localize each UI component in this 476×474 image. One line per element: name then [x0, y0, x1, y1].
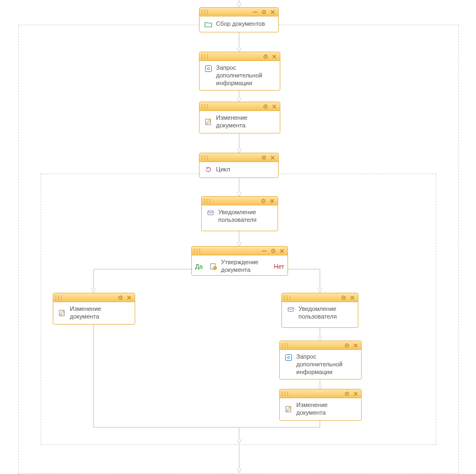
close-icon[interactable]: [269, 198, 275, 204]
gear-icon[interactable]: [262, 103, 269, 110]
svg-rect-15: [206, 66, 212, 72]
node-label: Запрос дополнительной информации: [296, 353, 357, 376]
edit-icon: [284, 405, 293, 414]
close-icon[interactable]: [269, 154, 276, 161]
gear-icon[interactable]: [261, 154, 267, 161]
node-notify-1[interactable]: Уведомление пользователя: [201, 196, 278, 231]
drag-grip-icon[interactable]: [204, 199, 211, 203]
close-icon[interactable]: [279, 248, 285, 254]
minimize-icon[interactable]: [261, 248, 268, 254]
notification-icon: [286, 305, 295, 314]
node-label: Цикл: [216, 166, 230, 174]
node-header[interactable]: [202, 197, 278, 205]
node-header[interactable]: [192, 247, 287, 255]
node-header[interactable]: [200, 153, 278, 162]
gear-icon[interactable]: [344, 342, 350, 349]
node-label: Уведомление пользователя: [218, 209, 273, 224]
node-header[interactable]: [280, 341, 361, 350]
close-icon[interactable]: [349, 294, 356, 301]
branch-yes-label: Да: [195, 263, 203, 270]
minimize-icon[interactable]: [252, 9, 258, 15]
info-icon: [284, 353, 293, 362]
svg-rect-39: [286, 355, 292, 361]
drag-grip-icon[interactable]: [202, 155, 209, 160]
gear-icon[interactable]: [117, 294, 124, 301]
node-header[interactable]: [280, 389, 361, 398]
drag-grip-icon[interactable]: [194, 249, 201, 253]
node-label: Уведомление пользователя: [298, 305, 353, 321]
close-icon[interactable]: [352, 391, 359, 397]
drag-grip-icon[interactable]: [282, 343, 289, 348]
gear-icon[interactable]: [340, 294, 347, 301]
loop-icon: [204, 165, 213, 174]
node-label: Утверждение документа: [221, 259, 270, 274]
branch-no-label: Нет: [274, 263, 284, 270]
gear-icon[interactable]: [270, 248, 276, 254]
svg-point-14: [265, 56, 266, 57]
svg-point-21: [263, 157, 264, 158]
node-label: Изменение документа: [216, 114, 275, 130]
drag-grip-icon[interactable]: [202, 54, 209, 59]
info-icon: [204, 64, 213, 73]
close-icon[interactable]: [352, 342, 359, 349]
close-icon[interactable]: [126, 294, 132, 301]
node-loop[interactable]: Цикл: [199, 153, 279, 178]
node-label: Сбор документов: [216, 20, 265, 28]
node-label: Изменение документа: [296, 401, 357, 417]
drag-grip-icon[interactable]: [202, 10, 209, 14]
svg-point-38: [346, 345, 347, 346]
notification-icon: [206, 209, 215, 218]
node-label: Запрос дополнительной информации: [216, 64, 275, 87]
svg-point-16: [207, 68, 209, 70]
svg-point-27: [273, 250, 274, 252]
node-header[interactable]: [200, 8, 278, 16]
node-collect-docs[interactable]: Сбор документов: [199, 7, 279, 32]
node-approve-decision[interactable]: i Утверждение документа Да Нет: [191, 246, 288, 276]
drag-grip-icon[interactable]: [202, 104, 209, 109]
close-icon[interactable]: [271, 53, 278, 60]
gear-icon[interactable]: [262, 53, 269, 60]
edit-icon: [58, 309, 67, 317]
svg-point-32: [120, 297, 121, 298]
svg-point-40: [287, 356, 290, 359]
svg-text:i: i: [214, 266, 215, 270]
close-icon[interactable]: [269, 9, 276, 15]
drag-grip-icon[interactable]: [284, 295, 291, 300]
svg-point-23: [263, 200, 264, 202]
node-notify-right[interactable]: Уведомление пользователя: [281, 293, 358, 328]
svg-point-35: [343, 297, 344, 298]
gear-icon[interactable]: [261, 9, 267, 15]
node-request-info-2[interactable]: Запрос дополнительной информации: [279, 341, 362, 380]
gear-icon[interactable]: [344, 391, 350, 397]
drag-grip-icon[interactable]: [282, 392, 289, 396]
svg-point-18: [265, 106, 266, 107]
svg-point-12: [263, 12, 264, 13]
node-edit-doc-1[interactable]: Изменение документа: [199, 102, 280, 133]
node-header[interactable]: [200, 102, 280, 111]
approval-icon: i: [209, 262, 218, 271]
close-icon[interactable]: [271, 103, 278, 110]
node-header[interactable]: [282, 293, 358, 302]
node-edit-doc-right[interactable]: Изменение документа: [279, 389, 362, 421]
drag-grip-icon[interactable]: [56, 295, 63, 300]
node-label: Изменение документа: [70, 305, 130, 321]
workflow-canvas: { "nodes": { "collect_docs": { "label": …: [0, 0, 476, 474]
node-edit-doc-left[interactable]: Изменение документа: [53, 293, 135, 325]
gear-icon[interactable]: [260, 198, 267, 204]
folder-icon: [204, 20, 213, 29]
svg-point-42: [346, 393, 347, 394]
node-header[interactable]: [53, 293, 135, 302]
node-request-info-1[interactable]: Запрос дополнительной информации: [199, 52, 280, 91]
edit-icon: [204, 118, 213, 126]
node-header[interactable]: [200, 52, 280, 61]
